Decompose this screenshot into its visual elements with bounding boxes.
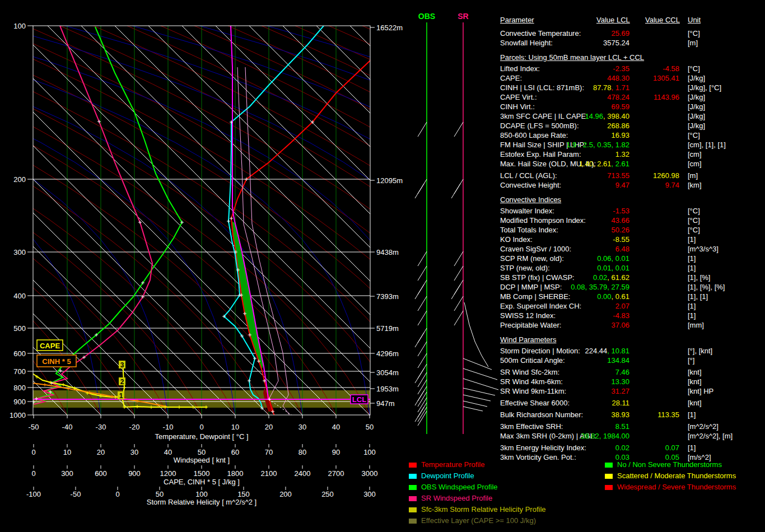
table-row: Convective Temperature:25.69[°C] <box>500 29 763 38</box>
param-value-lcl: 0.06, 0.01 <box>500 254 629 263</box>
param-value-lcl: 0.08, 35.79, 27.59 <box>500 283 629 291</box>
param-value-lcl: -4.83 <box>500 311 629 320</box>
table-column-header: Value CCL <box>645 16 680 24</box>
axis-tick-label: 300 <box>363 490 376 498</box>
legend-label: Effective Layer (CAPE >= 100 J/kg) <box>421 516 536 525</box>
table-row: Precipitable Water:37.06[mm] <box>500 321 763 330</box>
table-row: Lifted Index:-2.35-4.58[°C] <box>500 64 763 73</box>
profile-legend: Temperature ProfileDewpoint ProfileOBS W… <box>409 460 599 530</box>
table-section-header: Parcels: Using 50mB mean layer LCL + CCL <box>500 53 763 62</box>
legend-label: Widespread / Severe Thunderstorms <box>617 483 736 491</box>
param-unit: [1] <box>688 410 696 419</box>
param-unit: [°], [knt] <box>688 347 712 355</box>
axis-tick-label: 0 <box>115 490 119 498</box>
table-row: Max. Hail Size (OLD, MU, IL):1.40, 2.61,… <box>500 160 763 169</box>
legend-swatch-icon <box>409 496 417 501</box>
height-tick-label: 3054m <box>376 368 399 377</box>
param-unit: [°C] <box>688 226 700 234</box>
table-row: Modified Thompson Index:43.66[°C] <box>500 216 763 225</box>
axis-tick-label: 50 <box>156 490 164 498</box>
legend-label: SR Windspeed Profile <box>421 494 492 502</box>
table-row: STP (new, old):0.01, 0.01[1] <box>500 264 763 273</box>
param-unit: [m^3/s^3] <box>688 245 719 253</box>
axis-tick-label: 80 <box>298 448 306 456</box>
obs-panel-label: OBS <box>418 12 435 21</box>
param-unit: [1] <box>688 302 696 310</box>
table-row: CAPE Virt.:478.241143.96[J/kg] <box>500 93 763 102</box>
table-row: Showalter Index:-1.53[°C] <box>500 207 763 216</box>
param-value-lcl: 69.59 <box>500 102 629 111</box>
param-value-lcl: 0.01, 0.01 <box>500 264 629 272</box>
axis-tick-label: 100 <box>195 490 208 498</box>
param-unit: [1], [%], [%] <box>688 283 725 291</box>
axis-tick-label: -50 <box>29 423 39 431</box>
pressure-tick-label: 300 <box>13 248 26 256</box>
axis-tick-label: 1500 <box>194 469 210 478</box>
param-unit: [cm] <box>688 160 702 168</box>
param-value-lcl: 0.02, 61.62 <box>500 273 629 282</box>
param-value-lcl: 1.9 - 2.5, 0.35, 1.82 <box>500 141 629 149</box>
lcl-label: LCL <box>352 395 366 404</box>
param-unit: [1] <box>688 254 696 263</box>
param-value-lcl: 13.30 <box>500 377 629 386</box>
param-unit: [°C] <box>688 29 700 38</box>
param-value-lcl: 1.40, 2.61, 2.61 <box>500 160 629 168</box>
param-value-lcl: 8.51 <box>500 422 629 431</box>
axis-tick-label: 40 <box>164 448 172 456</box>
param-unit: [cm], [1], [1] <box>688 141 726 149</box>
height-tick-label: 5719m <box>376 324 399 333</box>
legend-swatch-icon <box>409 463 417 468</box>
legend-label: Scattered / Moderate Thunderstorms <box>617 472 736 480</box>
param-value-lcl: 134.84 <box>500 356 629 365</box>
axis-tick-label: 0 <box>31 469 35 478</box>
legend-label: Temperature Profile <box>421 460 484 469</box>
table-row: SWISS 12 Index:-4.83[1] <box>500 311 763 320</box>
pressure-tick-label: 400 <box>13 292 26 300</box>
table-row: CAPE:448.301305.41[J/kg] <box>500 74 763 83</box>
axis-tick-label: 900 <box>128 469 141 478</box>
table-row: FM Hail Size | SHIP | LHP:1.9 - 2.5, 0.3… <box>500 141 763 150</box>
height-tick-label: 4296m <box>376 349 399 358</box>
param-value-lcl: 25.69 <box>500 29 629 38</box>
axis-tick-label: 20 <box>97 448 105 456</box>
legend-swatch-icon <box>409 507 417 512</box>
km-marker-label: 1 <box>119 392 123 400</box>
axis-tick-label: 60 <box>231 448 239 456</box>
axis-tick-label: 2400 <box>295 469 311 478</box>
legend-swatch-icon <box>605 463 613 468</box>
axis-title: CAPE, CINH * 5 [ J/kg ] <box>164 478 240 486</box>
param-unit: [J/kg], [°C] <box>688 83 721 92</box>
table-row: DCAPE (LFS = 500mB):268.86[J/kg] <box>500 122 763 130</box>
table-row: 3km Energy Helicity Index:0.020.07[1] <box>500 444 763 452</box>
skewt-app-window: { "header": { "station": "Station: Sempa… <box>0 0 765 532</box>
height-tick-label: 947m <box>376 399 395 408</box>
axis-tick-label: -100 <box>26 490 41 498</box>
table-section-header: Convective Indices <box>500 195 763 204</box>
param-value-lcl: 87.78, 1.71 <box>500 83 629 92</box>
axis-tick-label: 90 <box>332 448 340 456</box>
param-unit: [knt] HP <box>688 387 713 395</box>
param-unit: [J/kg] <box>688 102 705 111</box>
table-row: SB STP (fix) | CWASP:0.02, 61.62[1], [%] <box>500 273 763 282</box>
pressure-tick-label: 600 <box>13 349 26 358</box>
table-column-header: Unit <box>688 16 701 24</box>
legend-swatch-icon <box>605 474 613 479</box>
table-row: Convective Height:9.479.74[km] <box>500 181 763 190</box>
axis-tick-label: 1800 <box>227 469 244 478</box>
cape-label: CAPE <box>40 342 60 350</box>
axis-tick-label: 10 <box>231 423 239 431</box>
param-unit: [m] <box>688 171 698 180</box>
axis-tick-label: 50 <box>366 423 374 431</box>
table-row: Snowfall Height:3575.24[m] <box>500 39 763 48</box>
axis-tick-label: 1200 <box>160 469 176 478</box>
param-value-lcl: 37.06 <box>500 321 629 329</box>
axis-tick-label: -50 <box>71 490 81 498</box>
legend-swatch-icon <box>605 485 613 490</box>
table-row: Effective Shear 6000:28.11[knt] <box>500 399 763 408</box>
table-row: 500m Critical Angle:134.84[°] <box>500 356 763 365</box>
height-tick-label: 9438m <box>376 248 399 256</box>
cinh-label: CINH * 5 <box>42 357 71 366</box>
param-value-lcl: 28.82, 1984.00 <box>500 432 629 440</box>
axis-tick-label: 40 <box>332 423 340 431</box>
param-unit: [cm] <box>688 150 702 158</box>
